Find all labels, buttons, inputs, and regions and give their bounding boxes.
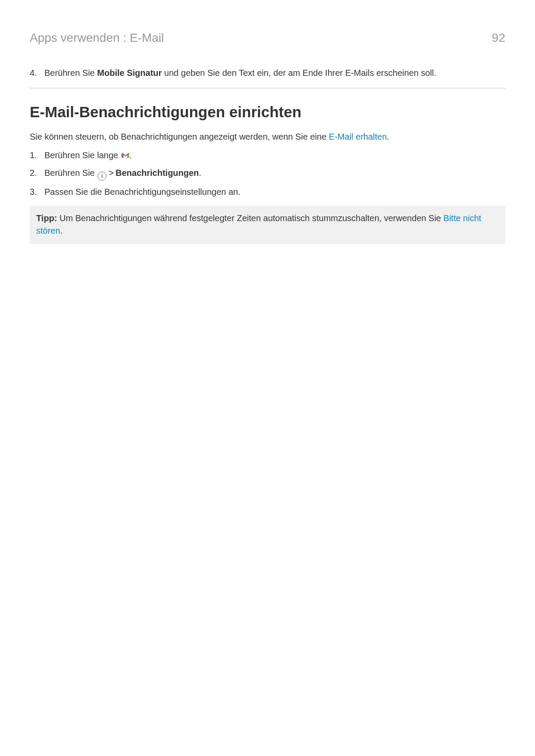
text-segment: und geben Sie den Text ein, der am Ende …: [162, 68, 436, 78]
gmail-icon: [122, 150, 129, 156]
step-number: 3.: [30, 186, 44, 198]
bold-text: Mobile Signatur: [97, 68, 162, 78]
text-segment: Berühren Sie: [44, 68, 97, 78]
step-text: Passen Sie die Benachrichtigungseinstell…: [44, 186, 505, 198]
step-row: 1. Berühren Sie lange .: [30, 149, 505, 162]
tip-callout: Tipp: Um Benachrichtigungen während fest…: [30, 206, 505, 244]
text-segment: .: [199, 168, 201, 178]
intro-paragraph: Sie können steuern, ob Benachrichtigunge…: [30, 131, 505, 143]
info-icon: i: [97, 172, 106, 181]
text-segment: Berühren Sie: [44, 168, 97, 178]
page-number: 92: [492, 29, 505, 47]
text-segment: Um Benachrichtigungen während festgelegt…: [59, 213, 443, 223]
chevron-right-symbol: >: [109, 168, 114, 178]
text-segment: .: [60, 226, 63, 235]
breadcrumb: Apps verwenden : E-Mail: [30, 29, 164, 47]
bold-text: Benachrichtigungen: [116, 168, 199, 178]
page-header: Apps verwenden : E-Mail 92: [30, 29, 505, 47]
step-number: 4.: [30, 67, 44, 79]
section-heading: E-Mail-Benachrichtigungen einrichten: [30, 101, 505, 123]
step-text: Berühren Sie Mobile Signatur und geben S…: [44, 67, 505, 79]
step-text: Berühren Sie lange .: [44, 149, 505, 162]
text-segment: .: [387, 132, 389, 141]
text-segment: Sie können steuern, ob Benachrichtigunge…: [30, 132, 329, 141]
step-row: 2. Berühren Sie i>Benachrichtigungen.: [30, 167, 505, 181]
step-number: 1.: [30, 149, 44, 162]
text-segment: Berühren Sie lange: [44, 150, 121, 160]
text-segment: .: [129, 150, 132, 160]
email-receive-link[interactable]: E-Mail erhalten: [329, 132, 387, 141]
section-divider: [30, 88, 505, 88]
tip-label: Tipp:: [36, 213, 59, 223]
step-text: Berühren Sie i>Benachrichtigungen.: [44, 167, 505, 181]
steps-list: 1. Berühren Sie lange . 2. Berühren Sie …: [30, 149, 505, 198]
pre-step-row: 4. Berühren Sie Mobile Signatur und gebe…: [30, 67, 505, 79]
step-row: 3. Passen Sie die Benachrichtigungseinst…: [30, 186, 505, 198]
step-number: 2.: [30, 167, 44, 181]
